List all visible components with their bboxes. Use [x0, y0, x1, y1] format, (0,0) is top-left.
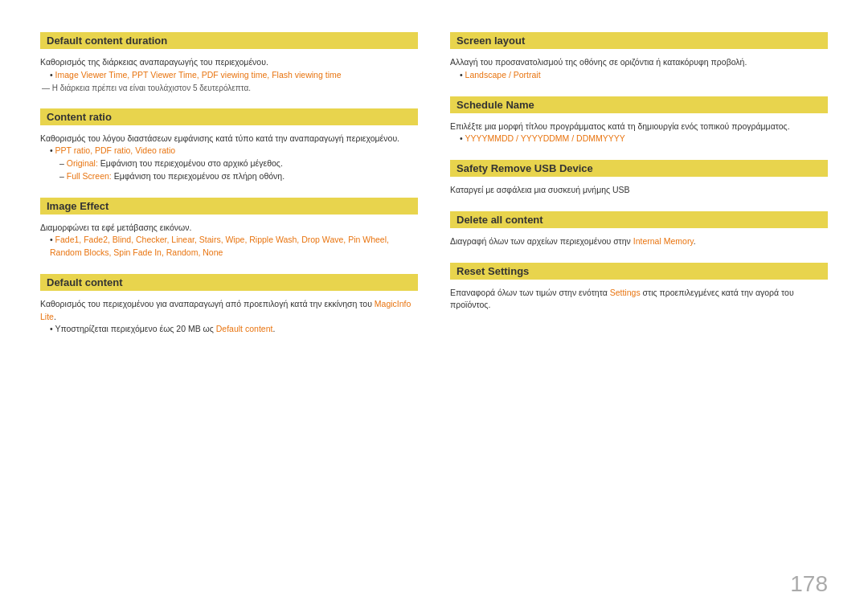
sub-bullet: Full Screen: Εμφάνιση του περιεχομένου σ…	[40, 170, 418, 183]
bullet-item: Image Viewer Time, PPT Viewer Time, PDF …	[40, 69, 418, 82]
body-line: Διαμορφώνει τα εφέ μετάβασης εικόνων.	[40, 222, 418, 235]
section-body: Καθορισμός του περιεχομένου για αναπαραγ…	[40, 298, 418, 336]
section-body: Επαναφορά όλων των τιμών στην ενότητα Se…	[450, 287, 828, 313]
bullet-item: Landscape / Portrait	[450, 69, 828, 82]
section-body: Επιλέξτε μια μορφή τίτλου προγράμματος κ…	[450, 121, 828, 146]
section-body: Καθορισμός της διάρκειας αναπαραγωγής το…	[40, 56, 418, 94]
link: Image Viewer Time, PPT Viewer Time, PDF …	[55, 70, 342, 80]
section-title-default-content-duration: Default content duration	[40, 32, 418, 49]
bullet-item: Υποστηρίζεται περιεχόμενο έως 20 MB ως D…	[40, 323, 418, 336]
section-title-schedule-name: Schedule Name	[450, 96, 828, 113]
left-column: Default content duration Καθορισμός της …	[40, 32, 418, 336]
page-number: 178	[790, 571, 828, 597]
section-body: Αλλαγή του προσανατολισμού της οθόνης σε…	[450, 56, 828, 82]
link: Fade1, Fade2, Blind, Checker, Linear, St…	[50, 235, 389, 257]
body-line: Καταργεί με ασφάλεια μια συσκευή μνήμης …	[450, 184, 828, 197]
section-title-screen-layout: Screen layout	[450, 32, 828, 49]
sub-bullet: Original: Εμφάνιση του περιεχομένου στο …	[40, 157, 418, 170]
body-line: Επιλέξτε μια μορφή τίτλου προγράμματος κ…	[450, 121, 828, 133]
section-title-image-effect: Image Effect	[40, 198, 418, 215]
link: Internal Memory	[633, 236, 694, 246]
body-line: Αλλαγή του προσανατολισμού της οθόνης σε…	[450, 56, 828, 69]
section-screen-layout: Screen layout Αλλαγή του προσανατολισμού…	[450, 32, 828, 82]
section-safety-remove-usb: Safety Remove USB Device Καταργεί με ασφ…	[450, 160, 828, 197]
section-content-ratio: Content ratio Καθορισμός του λόγου διαστ…	[40, 108, 418, 183]
link: Default content	[216, 324, 273, 333]
note-line: Η διάρκεια πρέπει να είναι τουλάχιστον 5…	[40, 82, 418, 94]
link: Settings	[610, 288, 641, 297]
bullet-item: YYYYMMDD / YYYYDDMM / DDMMYYYY	[450, 133, 828, 145]
link: YYYYMMDD / YYYYDDMM / DDMMYYYY	[465, 133, 624, 143]
bullet-item: Fade1, Fade2, Blind, Checker, Linear, St…	[40, 234, 418, 260]
page-content: Default content duration Καθορισμός της …	[0, 0, 868, 360]
section-body: Καταργεί με ασφάλεια μια συσκευή μνήμης …	[450, 184, 828, 197]
link: PPT ratio, PDF ratio, Video ratio	[55, 145, 176, 155]
section-title-reset-settings: Reset Settings	[450, 263, 828, 280]
body-line: Καθορισμός του λόγου διαστάσεων εμφάνιση…	[40, 133, 418, 145]
body-line: Επαναφορά όλων των τιμών στην ενότητα Se…	[450, 287, 828, 313]
link: MagicInfo Lite	[40, 299, 411, 321]
body-line: Καθορισμός του περιεχομένου για αναπαραγ…	[40, 298, 418, 324]
link: Original:	[67, 158, 98, 168]
section-title-safety-remove-usb: Safety Remove USB Device	[450, 160, 828, 177]
bullet-item: PPT ratio, PDF ratio, Video ratio	[40, 145, 418, 157]
section-title-default-content: Default content	[40, 274, 418, 291]
section-body: Διαμορφώνει τα εφέ μετάβασης εικόνων. Fa…	[40, 222, 418, 260]
section-reset-settings: Reset Settings Επαναφορά όλων των τιμών …	[450, 263, 828, 313]
section-body: Καθορισμός του λόγου διαστάσεων εμφάνιση…	[40, 133, 418, 183]
section-delete-all-content: Delete all content Διαγραφή όλων των αρχ…	[450, 211, 828, 248]
link: Full Screen:	[67, 171, 112, 181]
section-default-content-duration: Default content duration Καθορισμός της …	[40, 32, 418, 94]
link: Landscape / Portrait	[465, 70, 541, 80]
right-column: Screen layout Αλλαγή του προσανατολισμού…	[450, 32, 828, 336]
body-line: Διαγραφή όλων των αρχείων περιεχομένου σ…	[450, 235, 828, 248]
section-title-delete-all-content: Delete all content	[450, 211, 828, 228]
section-schedule-name: Schedule Name Επιλέξτε μια μορφή τίτλου …	[450, 96, 828, 146]
section-body: Διαγραφή όλων των αρχείων περιεχομένου σ…	[450, 235, 828, 248]
section-default-content: Default content Καθορισμός του περιεχομέ…	[40, 274, 418, 336]
section-image-effect: Image Effect Διαμορφώνει τα εφέ μετάβαση…	[40, 198, 418, 260]
section-title-content-ratio: Content ratio	[40, 108, 418, 125]
body-line: Καθορισμός της διάρκειας αναπαραγωγής το…	[40, 56, 418, 69]
